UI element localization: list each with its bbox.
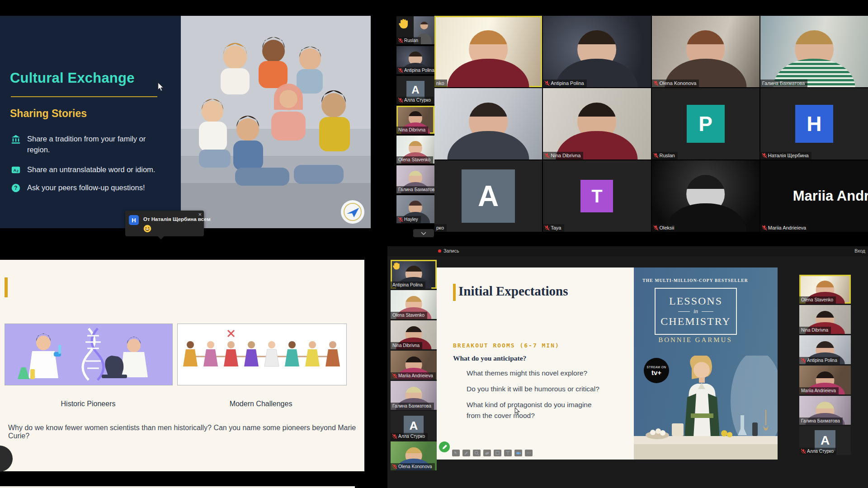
- letter-avatar: T: [580, 180, 613, 212]
- video-tile[interactable]: [434, 88, 542, 160]
- video-tile[interactable]: Olena Kononova: [652, 16, 760, 87]
- cursor-tool-button[interactable]: [452, 450, 460, 456]
- video-tile[interactable]: A рко: [434, 160, 542, 232]
- participant-name: Mariia Andrieieva: [398, 373, 433, 379]
- chat-avatar: H: [129, 215, 139, 225]
- participant-name: Taya: [551, 225, 561, 231]
- participant-name: Nina Dibrivna: [392, 343, 420, 348]
- video-tile[interactable]: A Алла Стурко: [391, 411, 437, 440]
- school-logo: [340, 200, 365, 224]
- book-title-line: CHEMISTRY: [660, 315, 731, 328]
- spotlight-tool-button[interactable]: [473, 450, 481, 456]
- video-tile[interactable]: Antipina Polina: [396, 46, 434, 74]
- card-caption: Historic Pioneers: [5, 400, 172, 408]
- question-item: What themes might this novel explore?: [467, 368, 607, 379]
- pencil-icon: [442, 444, 448, 450]
- participant-name: Nina Dibrivna: [398, 127, 425, 133]
- video-tile[interactable]: Olena Stavenko: [396, 136, 434, 164]
- bullet-text: Share a tradition from your family or re…: [27, 133, 170, 155]
- eraser-tool-button[interactable]: [483, 450, 491, 456]
- camera-tool-button[interactable]: [514, 450, 522, 456]
- participant-name: Antipina Polina: [392, 282, 423, 288]
- mic-muted-icon: [762, 153, 767, 158]
- mic-muted-icon: [545, 225, 549, 230]
- book-tagline: THE MULTI-MILLION-COPY BESTSELLER: [634, 278, 757, 283]
- video-tile[interactable]: Mariia Andrieieva: [391, 351, 437, 380]
- screenshot-collage: Cultural Exchange Sharing Stories Share …: [0, 0, 868, 488]
- book-title-line: LESSONS: [669, 295, 722, 307]
- participant-name: Ruslan: [660, 152, 675, 159]
- book-author: BONNIE GARMUS: [634, 336, 757, 344]
- gallery-grid: nko Antipina Polina Olena Kononova Галин…: [434, 16, 868, 232]
- draw-tool-button[interactable]: [462, 450, 470, 456]
- raised-hand-icon: [392, 262, 401, 271]
- video-tile[interactable]: A Алла Стурко: [799, 426, 851, 455]
- participant-name: Галина Бахматова: [801, 418, 840, 424]
- video-tile[interactable]: Галина Бахматова: [799, 396, 851, 425]
- participant-name: Галина Бахматова: [398, 187, 434, 192]
- mic-muted-icon: [398, 38, 403, 43]
- title-accent-bar: [453, 284, 456, 301]
- participant-name: Olena Kononova: [398, 464, 432, 469]
- card-caption: Modern Challenges: [177, 400, 344, 408]
- illustration-historic-pioneers: [5, 324, 173, 385]
- video-tile[interactable]: Mariia Andrieie Mariia Andrieieva: [760, 160, 868, 232]
- participant-name: Галина Бахматова: [762, 80, 805, 86]
- participant-name: Ruslan: [404, 38, 418, 43]
- video-tile[interactable]: Nina Dibrivna: [799, 305, 851, 334]
- video-tile[interactable]: Nina Dibrivna: [391, 320, 437, 349]
- raised-hand-icon: [398, 18, 409, 30]
- more-tools-button[interactable]: [525, 450, 533, 456]
- text-tool-button[interactable]: [504, 450, 512, 456]
- video-tile[interactable]: Olena Stavenko: [391, 290, 437, 319]
- video-tile[interactable]: Antipina Polina: [799, 335, 851, 364]
- video-tile[interactable]: A Алла Стурко: [396, 76, 434, 104]
- video-tile[interactable]: H Наталія Щербина: [760, 88, 868, 160]
- video-tile[interactable]: Olena Stavenko: [799, 275, 851, 304]
- shape-tool-button[interactable]: [494, 450, 501, 456]
- question-item: Do you think it will be humorous or crit…: [467, 384, 607, 394]
- record-dot-icon: [438, 249, 441, 253]
- video-tile[interactable]: Antipina Polina: [543, 16, 651, 87]
- participant-big-name: Mariia Andrieie: [793, 188, 868, 204]
- title-accent-bar: [5, 277, 8, 297]
- video-tile[interactable]: Olena Kononova: [391, 441, 437, 470]
- letter-avatar: P: [687, 105, 725, 143]
- chat-notification[interactable]: × H От Наталія Щербина всем: [125, 211, 204, 236]
- video-tile[interactable]: Ruslan: [396, 16, 434, 44]
- video-tile[interactable]: Hayley: [396, 195, 434, 223]
- bullet-item: A2 Share an untranslatable word or idiom…: [11, 164, 170, 175]
- video-tile[interactable]: Antipina Polina: [391, 260, 437, 289]
- chat-sender: От Наталія Щербина всем: [143, 216, 211, 222]
- mic-muted-icon: [545, 153, 549, 158]
- question-icon: ?: [11, 183, 21, 193]
- participant-name: Mariia Andrieieva: [768, 225, 806, 231]
- annotate-pencil-button[interactable]: [439, 441, 450, 452]
- video-tile[interactable]: Nina Dibrivna: [543, 88, 651, 160]
- participants-sidebar-right: Olena Stavenko Nina Dibrivna Antipina Po…: [799, 275, 851, 455]
- video-tile[interactable]: Nina Dibrivna: [396, 106, 434, 134]
- mic-muted-icon: [398, 217, 403, 222]
- book-cover-art: [634, 356, 778, 460]
- slide-subtitle: Sharing Stories: [10, 108, 87, 120]
- book-title-box: LESSONS in CHEMISTRY: [655, 288, 737, 335]
- participant-name: nko: [436, 80, 444, 86]
- mic-muted-icon: [654, 225, 658, 230]
- meeting-topbar: Запись Вход: [387, 246, 868, 256]
- slide-initial-expectations: Initial Expectations BREAKOUT ROOMS (6-7…: [437, 267, 778, 460]
- video-tile[interactable]: Галина Бахматова: [760, 16, 868, 87]
- video-tile[interactable]: Oleksii: [652, 160, 760, 232]
- participants-sidebar: Ruslan Antipina Polina A Алла Стурко Nin…: [396, 16, 434, 223]
- join-button[interactable]: Вход: [854, 248, 865, 253]
- recording-indicator[interactable]: Запись: [438, 248, 459, 253]
- video-tile[interactable]: Mariia Andrieieva: [799, 366, 851, 394]
- video-tile[interactable]: Галина Бахматова: [396, 165, 434, 193]
- participant-name: Nina Dibrivna: [801, 327, 828, 333]
- participants-scroll-down-button[interactable]: [413, 229, 434, 237]
- svg-text:2: 2: [17, 169, 19, 173]
- video-tile[interactable]: Галина Бахматова: [391, 381, 437, 410]
- video-tile[interactable]: nko: [434, 16, 542, 87]
- question-item: What kind of protagonist do you imagine …: [467, 399, 607, 421]
- video-tile[interactable]: T Taya: [543, 160, 651, 232]
- video-tile[interactable]: P Ruslan: [652, 88, 760, 160]
